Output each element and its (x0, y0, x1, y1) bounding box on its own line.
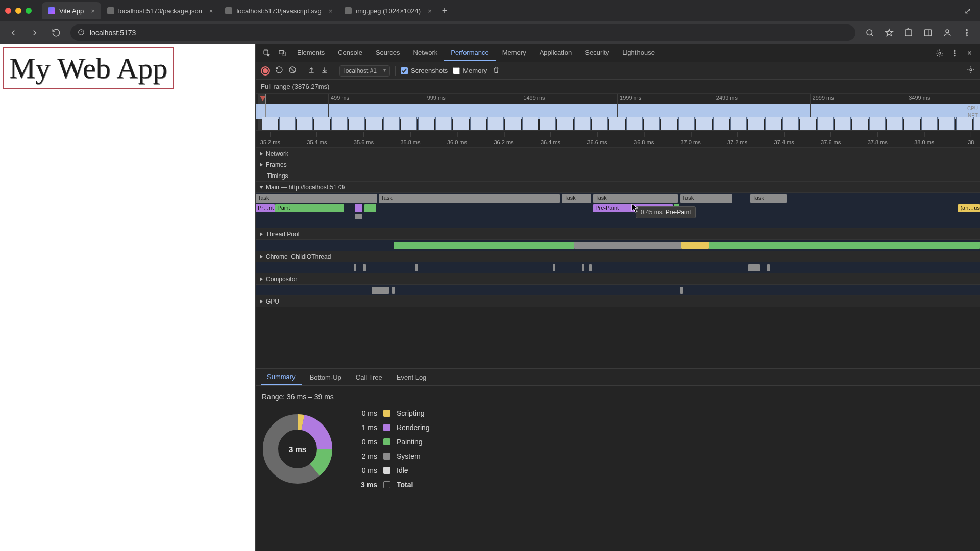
flame-chip[interactable] (355, 214, 362, 219)
perf-overview[interactable]: 499 ms999 ms1499 ms1999 ms2499 ms2999 ms… (256, 94, 980, 131)
flame-task[interactable]: Task (256, 194, 377, 203)
filmstrip-frame[interactable] (262, 117, 278, 130)
browser-tab-0[interactable]: Vite App × (42, 2, 101, 19)
flame-paint[interactable]: Paint (275, 204, 344, 212)
devtools-close-button[interactable]: × (963, 46, 976, 60)
filmstrip-frame[interactable] (696, 117, 712, 130)
flame-task[interactable]: Task (379, 194, 560, 203)
devtools-settings-icon[interactable] (933, 46, 947, 60)
filmstrip-frame[interactable] (765, 117, 781, 130)
lane-seg[interactable] (748, 264, 760, 271)
perf-settings-icon[interactable] (967, 66, 975, 76)
perf-ruler[interactable]: 35.2 ms35.4 ms35.6 ms35.8 ms36.0 ms36.2 … (256, 131, 980, 148)
lane-seg[interactable] (681, 242, 709, 249)
flame-task[interactable]: Task (680, 194, 732, 203)
filmstrip-frame[interactable] (835, 117, 851, 130)
upload-profile-button[interactable] (307, 66, 315, 76)
tab-close-icon[interactable]: × (428, 7, 432, 15)
filmstrip-frame[interactable] (435, 117, 452, 130)
record-button[interactable] (261, 66, 270, 76)
site-info-icon[interactable] (78, 29, 85, 37)
filmstrip-frame[interactable] (349, 117, 365, 130)
filmstrip-frame[interactable] (540, 117, 556, 130)
filmstrip-frame[interactable] (939, 117, 955, 130)
devtools-tab-console[interactable]: Console (331, 44, 369, 61)
filmstrip-frame[interactable] (505, 117, 521, 130)
tab-close-icon[interactable]: × (91, 7, 95, 15)
filmstrip-frame[interactable] (678, 117, 695, 130)
window-zoom-icon[interactable] (26, 8, 32, 14)
browser-tab-2[interactable]: localhost:5173/javascript.svg × (219, 2, 338, 19)
track-main[interactable]: Main — http://localhost:5173/ (256, 182, 980, 193)
flame-chip[interactable] (355, 204, 362, 212)
flame-task[interactable]: Task (562, 194, 591, 203)
filmstrip-frame[interactable] (904, 117, 920, 130)
filmstrip-frame[interactable] (730, 117, 747, 130)
browser-menu-icon[interactable] (960, 26, 974, 40)
filmstrip-frame[interactable] (592, 117, 608, 130)
lane-seg[interactable] (680, 287, 683, 294)
devtools-tab-memory[interactable]: Memory (496, 44, 533, 61)
flame-empty-area[interactable] (256, 307, 980, 368)
devtools-tab-performance[interactable]: Performance (444, 44, 495, 61)
devtools-tab-network[interactable]: Network (407, 44, 445, 61)
main-track-body[interactable]: Task Task Task Task Task Task Pr…nt Pain… (256, 193, 980, 229)
track-gpu[interactable]: GPU (256, 296, 980, 307)
sidepanel-icon[interactable] (921, 26, 935, 40)
filmstrip-frame[interactable] (626, 117, 643, 130)
bookmark-icon[interactable] (882, 26, 896, 40)
filmstrip-frame[interactable] (817, 117, 834, 130)
filmstrip-frame[interactable] (748, 117, 764, 130)
filmstrip-frame[interactable] (574, 117, 591, 130)
nav-reload-button[interactable] (49, 26, 63, 40)
lane-seg[interactable] (415, 264, 418, 271)
extensions-icon[interactable] (901, 26, 916, 40)
tab-close-icon[interactable]: × (209, 7, 213, 15)
memory-checkbox[interactable]: Memory (453, 67, 487, 74)
lane-seg[interactable] (394, 242, 575, 249)
filmstrip-frame[interactable] (418, 117, 434, 130)
lane-seg[interactable] (553, 264, 556, 271)
flame-prepaint-small[interactable]: Pr…nt (256, 204, 275, 212)
browser-tab-1[interactable]: localhost:5173/package.json × (101, 2, 219, 19)
thread-pool-body[interactable] (256, 240, 980, 251)
lane-seg[interactable] (354, 264, 357, 271)
compositor-body[interactable] (256, 285, 980, 296)
devtools-tab-sources[interactable]: Sources (369, 44, 407, 61)
devtools-tab-application[interactable]: Application (533, 44, 579, 61)
clear-button[interactable] (288, 66, 297, 76)
filmstrip-frame[interactable] (487, 117, 504, 130)
download-profile-button[interactable] (321, 66, 329, 76)
device-toolbar-icon[interactable] (275, 46, 289, 60)
filmstrip-frame[interactable] (852, 117, 868, 130)
lane-seg[interactable] (392, 287, 395, 294)
gc-button[interactable] (492, 66, 500, 76)
profile-icon[interactable] (940, 26, 954, 40)
lane-seg[interactable] (767, 264, 770, 271)
filmstrip-frame[interactable] (314, 117, 330, 130)
devtools-tab-security[interactable]: Security (578, 44, 616, 61)
url-input[interactable]: localhost:5173 (70, 24, 855, 41)
filmstrip-frame[interactable] (609, 117, 625, 130)
window-close-icon[interactable] (5, 8, 11, 14)
flame-task[interactable]: Task (750, 194, 787, 203)
flame-task[interactable]: Task (593, 194, 678, 203)
devtools-more-icon[interactable] (948, 46, 962, 60)
nav-forward-button[interactable] (28, 26, 42, 40)
lane-seg[interactable] (709, 242, 980, 249)
lane-seg[interactable] (582, 264, 585, 271)
summary-tab-call-tree[interactable]: Call Tree (350, 370, 388, 385)
lane-seg[interactable] (372, 287, 389, 294)
filmstrip-frame[interactable] (279, 117, 296, 130)
inspect-element-icon[interactable] (260, 46, 274, 60)
child-io-body[interactable] (256, 262, 980, 273)
tab-close-icon[interactable]: × (329, 7, 333, 15)
summary-tab-bottom-up[interactable]: Bottom-Up (304, 370, 348, 385)
devtools-tab-elements[interactable]: Elements (290, 44, 331, 61)
filmstrip-frame[interactable] (470, 117, 486, 130)
devtools-tab-lighthouse[interactable]: Lighthouse (616, 44, 662, 61)
filmstrip-frame[interactable] (887, 117, 903, 130)
perf-flame-area[interactable]: Network Frames Timings Main — http://loc… (256, 148, 980, 368)
filmstrip-frame[interactable] (782, 117, 799, 130)
filmstrip-frame[interactable] (713, 117, 729, 130)
